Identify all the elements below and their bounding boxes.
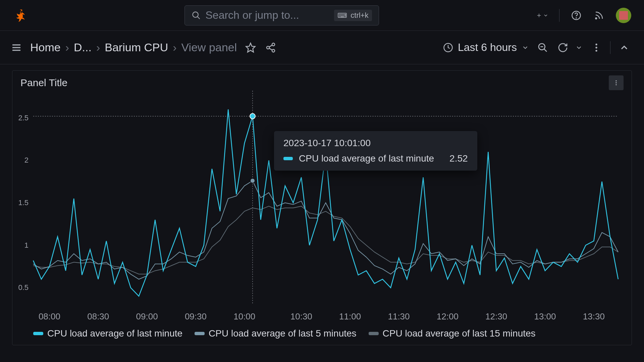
chevron-right-icon: ›	[65, 41, 69, 54]
svg-point-33	[250, 113, 255, 119]
svg-text:1: 1	[24, 241, 29, 249]
panel-title: Panel Title	[20, 77, 67, 88]
news-button[interactable]	[593, 9, 605, 21]
breadcrumb-current: View panel	[181, 41, 237, 54]
svg-point-11	[272, 43, 275, 46]
svg-text:2.5: 2.5	[18, 114, 29, 122]
svg-line-15	[269, 48, 272, 50]
tooltip-series: CPU load average of last minute	[299, 153, 434, 164]
chevron-down-icon	[575, 44, 583, 51]
svg-point-13	[272, 49, 275, 52]
svg-marker-10	[246, 43, 255, 52]
svg-point-6	[595, 17, 597, 19]
svg-point-23	[615, 80, 616, 81]
svg-point-5	[576, 17, 576, 18]
panel-menu-button[interactable]	[609, 75, 624, 90]
breadcrumb: Home › D... › Barium CPU › View panel	[30, 41, 237, 54]
chart-tooltip: 2023-10-17 10:01:00 CPU load average of …	[274, 131, 477, 171]
add-button[interactable]	[536, 9, 548, 21]
svg-point-20	[595, 44, 597, 45]
tooltip-swatch	[283, 157, 293, 160]
clock-icon	[443, 43, 453, 53]
x-axis: 08:0008:3009:0009:3010:0010:3011:0011:30…	[33, 311, 618, 321]
help-button[interactable]	[570, 9, 582, 21]
separator	[559, 9, 559, 22]
svg-point-12	[267, 46, 269, 49]
chevron-right-icon: ›	[173, 41, 176, 54]
zoom-out-button[interactable]	[536, 41, 549, 54]
separator	[610, 41, 610, 54]
panel: Panel Title 0.511.522.5 2023-10-17 10:01…	[12, 70, 632, 345]
svg-point-25	[615, 84, 616, 85]
search-icon	[192, 11, 201, 20]
global-search[interactable]: Search or jump to... ⌨ ctrl+k	[184, 5, 379, 25]
breadcrumb-home[interactable]: Home	[30, 41, 61, 54]
time-range-picker[interactable]: Last 6 hours	[443, 41, 529, 54]
svg-point-34	[250, 178, 255, 183]
legend-item[interactable]: CPU load average of last 5 minutes	[195, 328, 356, 339]
favorite-button[interactable]	[244, 41, 257, 54]
svg-text:0.5: 0.5	[18, 283, 29, 292]
more-button[interactable]	[590, 41, 603, 54]
svg-point-0	[193, 12, 198, 17]
svg-text:1.5: 1.5	[18, 198, 29, 207]
svg-point-24	[615, 82, 616, 83]
tooltip-value: 2.52	[449, 153, 468, 164]
breadcrumb-dashboard[interactable]: Barium CPU	[105, 41, 168, 54]
legend-item[interactable]: CPU load average of last minute	[33, 328, 182, 339]
collapse-button[interactable]	[618, 41, 631, 54]
grafana-logo[interactable]	[13, 8, 27, 22]
svg-point-21	[595, 47, 597, 48]
share-button[interactable]	[264, 41, 277, 54]
svg-point-22	[595, 50, 597, 51]
chevron-down-icon	[543, 10, 548, 20]
tooltip-time: 2023-10-17 10:01:00	[283, 138, 468, 148]
breadcrumb-dashboards[interactable]: D...	[74, 41, 92, 54]
legend-item[interactable]: CPU load average of last 15 minutes	[369, 328, 536, 339]
svg-line-1	[197, 16, 200, 19]
menu-toggle[interactable]	[10, 41, 23, 54]
svg-line-14	[269, 45, 272, 47]
search-shortcut: ⌨ ctrl+k	[334, 10, 372, 21]
chevron-down-icon	[522, 44, 529, 51]
refresh-button[interactable]	[556, 41, 569, 54]
time-range-label: Last 6 hours	[458, 41, 517, 54]
svg-line-18	[544, 49, 547, 52]
refresh-picker[interactable]	[556, 41, 583, 54]
search-placeholder: Search or jump to...	[206, 9, 334, 21]
legend: CPU load average of last minute CPU load…	[33, 328, 618, 339]
keyboard-icon: ⌨	[337, 11, 347, 19]
svg-text:2: 2	[24, 156, 29, 164]
chevron-right-icon: ›	[96, 41, 100, 54]
user-avatar[interactable]	[616, 8, 631, 23]
